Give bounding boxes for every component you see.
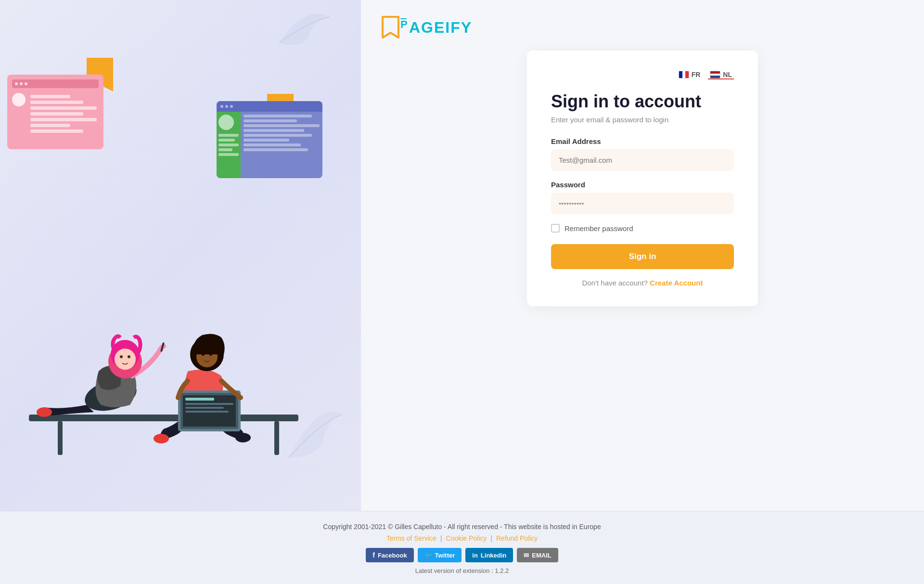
svg-rect-2 [274, 421, 279, 455]
flag-nl-icon [710, 71, 720, 78]
facebook-icon: f [372, 551, 375, 559]
twitter-label: Twitter [435, 552, 455, 559]
browser-blue [217, 101, 322, 178]
svg-point-10 [128, 355, 130, 358]
flag-fr-icon [679, 71, 689, 78]
card-subtitle: Enter your email & password to login [551, 116, 734, 124]
email-button[interactable]: ✉ EMAIL [517, 548, 558, 562]
email-label: Email Address [551, 137, 734, 145]
svg-point-11 [154, 434, 169, 443]
svg-rect-1 [58, 421, 63, 455]
card-title: Sign in to account [551, 91, 734, 112]
footer: Copyright 2001-2021 © Gilles Capelluto -… [0, 511, 924, 584]
people-illustration [14, 232, 327, 472]
facebook-button[interactable]: f Facebook [366, 548, 413, 562]
linkedin-icon: in [472, 552, 478, 559]
lang-switcher: FR NL [551, 70, 734, 79]
svg-point-12 [235, 433, 251, 442]
logo-icon: P [380, 14, 409, 41]
right-panel: P AGEIFY FR NL Sign in to account Enter … [361, 0, 924, 511]
illustration-panel [0, 0, 361, 511]
svg-point-9 [120, 355, 123, 358]
footer-version: Latest version of extension : 1.2.2 [10, 567, 914, 574]
svg-rect-19 [185, 411, 229, 413]
no-account-text: Don't have account? [582, 279, 648, 287]
email-label: EMAIL [532, 552, 551, 559]
signin-button[interactable]: Sign in [551, 244, 734, 269]
terms-link[interactable]: Terms of Service [386, 534, 436, 542]
linkedin-label: Linkedin [481, 552, 506, 559]
footer-links: Terms of Service | Cookie Policy | Refun… [10, 534, 914, 542]
svg-rect-18 [185, 407, 224, 409]
svg-text:P: P [400, 18, 408, 30]
password-label: Password [551, 181, 734, 189]
login-card: FR NL Sign in to account Enter your emai… [527, 51, 758, 306]
password-form-group: Password [551, 181, 734, 214]
remember-checkbox[interactable] [551, 224, 560, 233]
remember-label[interactable]: Remember password [565, 224, 633, 233]
create-account-row: Don't have account? Create Account [551, 279, 734, 287]
svg-point-4 [37, 407, 52, 417]
browser-pink [7, 75, 103, 149]
email-icon: ✉ [524, 552, 529, 559]
cookie-link[interactable]: Cookie Policy [446, 534, 487, 542]
twitter-button[interactable]: 🐦 Twitter [418, 548, 462, 562]
logo-area: P AGEIFY [380, 14, 472, 41]
separator-1: | [440, 534, 442, 542]
social-buttons: f Facebook 🐦 Twitter in Linkedin ✉ EMAIL [10, 548, 914, 562]
linkedin-button[interactable]: in Linkedin [465, 548, 513, 562]
email-form-group: Email Address [551, 137, 734, 171]
email-input[interactable] [551, 149, 734, 171]
lang-nl-label: NL [723, 71, 732, 78]
lang-nl-button[interactable]: NL [708, 70, 734, 79]
svg-rect-17 [185, 403, 233, 405]
twitter-icon: 🐦 [424, 552, 432, 559]
separator-2: | [490, 534, 492, 542]
create-account-link[interactable]: Create Account [650, 279, 703, 287]
footer-copyright: Copyright 2001-2021 © Gilles Capelluto -… [10, 523, 914, 531]
lang-fr-label: FR [692, 71, 701, 78]
password-input[interactable] [551, 193, 734, 214]
svg-rect-16 [185, 398, 214, 401]
svg-point-8 [115, 349, 136, 370]
remember-row: Remember password [551, 224, 734, 233]
refund-link[interactable]: Refund Policy [496, 534, 538, 542]
facebook-label: Facebook [378, 552, 407, 559]
leaf-decoration-top [274, 10, 332, 48]
svg-rect-0 [29, 415, 298, 421]
lang-fr-button[interactable]: FR [677, 70, 703, 79]
logo-text: AGEIFY [409, 19, 472, 37]
